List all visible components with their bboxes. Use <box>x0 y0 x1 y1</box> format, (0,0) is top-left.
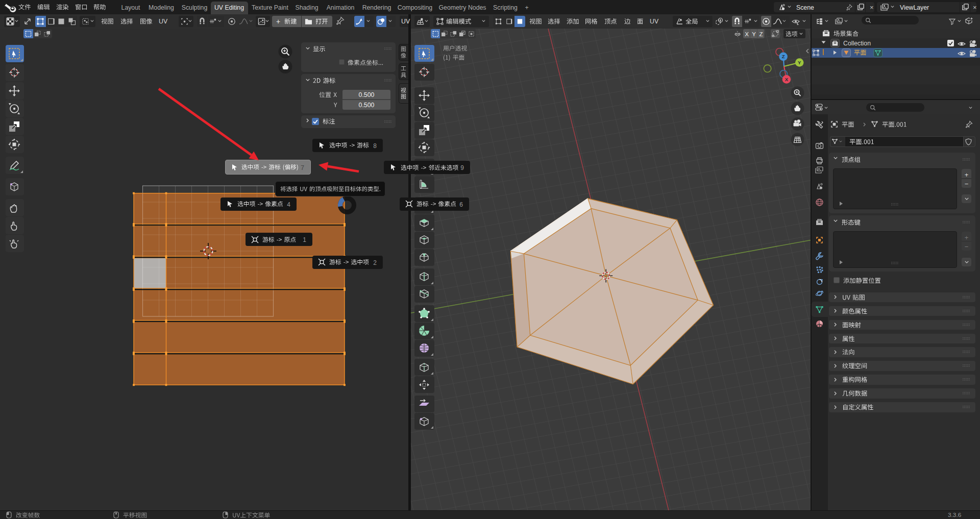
svg-text:Y: Y <box>798 60 801 65</box>
svg-text:Z: Z <box>782 54 785 59</box>
svg-text:X: X <box>785 77 789 82</box>
